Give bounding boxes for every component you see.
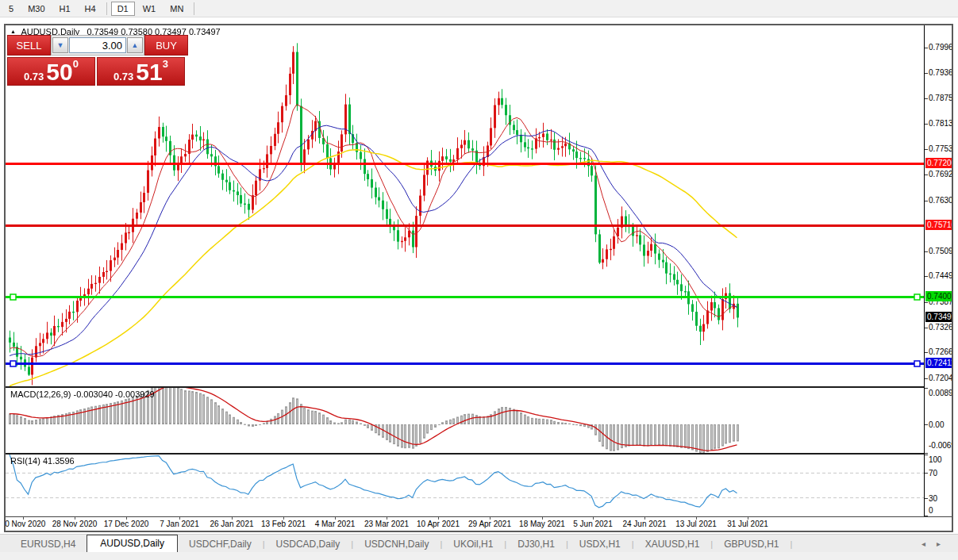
- volume-decrease-button[interactable]: ▼: [52, 37, 68, 53]
- toolbar-separator: [106, 2, 107, 15]
- sell-price-big: 50: [46, 61, 72, 83]
- rsi-label: RSI(14) 41.3596: [10, 456, 75, 466]
- date-tick-label: 29 Apr 2021: [462, 520, 517, 528]
- macd-tick-label: 0.00: [929, 420, 944, 429]
- price-tick-label: 0.79965: [929, 43, 952, 52]
- price-tick-mark: [925, 124, 928, 125]
- macd-tick-label: -0.00697: [929, 441, 952, 450]
- price-tick-mark: [925, 149, 928, 150]
- chart-tab-usdcad-daily[interactable]: USDCAD,Daily: [265, 536, 352, 552]
- price-tick-label: 0.74490: [929, 271, 952, 280]
- timeframe-button-d1[interactable]: D1: [111, 2, 135, 16]
- timeframe-button-h4[interactable]: H4: [79, 2, 102, 16]
- timeframe-button-w1[interactable]: W1: [137, 2, 163, 16]
- date-axis[interactable]: 10 Nov 202028 Nov 202017 Dec 20207 Jan 2…: [6, 517, 924, 531]
- price-tick-label: 0.72660: [929, 347, 952, 356]
- sell-price-display[interactable]: 0.73 50 0: [7, 57, 95, 86]
- timeframe-button-mn[interactable]: MN: [164, 2, 190, 16]
- chart-inner: 0.799650.793650.787500.781350.775350.769…: [6, 25, 952, 531]
- macd-label: MACD(12,26,9) -0.003040 -0.003929: [10, 389, 155, 399]
- rsi-tick-mark: [925, 498, 928, 499]
- volume-increase-button[interactable]: ▲: [127, 37, 143, 53]
- price-tick-mark: [925, 201, 928, 201]
- timeframe-toolbar: 5M30H1H4D1W1MN: [0, 0, 958, 17]
- price-tick-label: 0.76920: [929, 170, 952, 178]
- price-tick-label: 0.73260: [929, 323, 952, 332]
- date-tick-label: 24 Jun 2021: [617, 520, 672, 528]
- tab-scroll-right-icon[interactable]: ▸: [937, 539, 952, 548]
- chart-tab-usdcnh-daily[interactable]: USDCNH,Daily: [353, 536, 440, 552]
- timeframe-button-h1[interactable]: H1: [53, 2, 77, 16]
- price-axis[interactable]: 0.799650.793650.787500.781350.775350.769…: [924, 25, 952, 516]
- price-tick-label: 0.75090: [929, 247, 952, 255]
- date-tick-label: 28 Nov 2020: [47, 520, 102, 528]
- price-tick-label: 0.78135: [929, 119, 952, 128]
- price-line-badge: 0.75716: [925, 220, 952, 230]
- timeframe-button-5[interactable]: 5: [2, 2, 20, 16]
- macd-tick-mark: [925, 424, 928, 425]
- chart-tab-eurusd-h4[interactable]: EURUSD,H4: [10, 536, 87, 552]
- buy-button[interactable]: BUY: [144, 35, 188, 56]
- chart-tab-xauusd-h1[interactable]: XAUUSD,H1: [634, 536, 711, 552]
- tab-scroll-left-icon[interactable]: ◂: [921, 539, 937, 548]
- macd-tick-mark: [925, 453, 928, 454]
- sell-price-sup: 0: [73, 59, 79, 69]
- chart-tab-usdx-h1[interactable]: USDX,H1: [568, 536, 632, 552]
- price-tick-label: 0.76305: [929, 196, 952, 205]
- rsi-tick-mark: [925, 516, 928, 516]
- rsi-tick-mark: [925, 455, 928, 455]
- buy-price-display[interactable]: 0.73 51 3: [97, 57, 185, 86]
- price-tick-mark: [925, 175, 928, 175]
- rsi-tick-label: 70: [929, 469, 937, 478]
- price-tick-mark: [925, 352, 928, 353]
- timeframe-button-m30[interactable]: M30: [21, 2, 51, 16]
- price-line-badge: 0.73497: [925, 312, 952, 322]
- buy-price-base: 0.73: [113, 70, 133, 83]
- chart-tab-gbpusd-h1[interactable]: GBPUSD,H1: [713, 536, 790, 552]
- rsi-tick-mark: [925, 473, 928, 474]
- price-tick-label: 0.79365: [929, 68, 952, 77]
- date-tick-label: 5 Jun 2021: [565, 520, 621, 528]
- rsi-tick-label: 30: [929, 494, 937, 503]
- date-tick-label: 13 Feb 2021: [256, 520, 311, 528]
- sell-button[interactable]: SELL: [7, 35, 51, 56]
- macd-tick-mark: [925, 388, 928, 389]
- price-tick-mark: [925, 378, 928, 379]
- sell-price-base: 0.73: [24, 70, 44, 83]
- date-tick-label: 7 Jan 2021: [152, 520, 207, 528]
- chart-tab-bar: EURUSD,H4AUDUSD,DailyUSDCHF,Daily|USDCAD…: [0, 534, 958, 552]
- chart-tab-dj30-h1[interactable]: DJ30,H1: [506, 536, 566, 552]
- rsi-tick-label: 0: [929, 506, 933, 515]
- volume-input[interactable]: [69, 37, 126, 53]
- price-line-badge: 0.77200: [925, 158, 952, 168]
- tab-separator: |: [791, 539, 793, 552]
- date-tick-label: 4 Mar 2021: [307, 520, 363, 528]
- price-tick-mark: [925, 328, 928, 328]
- rsi-tick-label: 100: [929, 455, 942, 464]
- date-tick-label: 31 Jul 2021: [720, 520, 775, 528]
- date-tick-label: 18 May 2021: [514, 520, 570, 528]
- one-click-trading-panel: SELL ▼ ▲ BUY 0.73 50 0 0.73 51 3: [7, 35, 188, 86]
- chart-tab-usdchf-daily[interactable]: USDCHF,Daily: [178, 536, 263, 552]
- price-tick-mark: [925, 48, 928, 48]
- date-tick-label: 10 Nov 2020: [6, 520, 51, 528]
- price-tick-mark: [925, 251, 928, 252]
- price-tick-label: 0.78750: [929, 94, 952, 102]
- price-line-badge: 0.74007: [925, 291, 952, 301]
- date-tick-label: 10 Apr 2021: [410, 520, 466, 528]
- date-tick-label: 26 Jan 2021: [204, 520, 260, 528]
- symbol-collapse-icon[interactable]: ▲: [10, 29, 16, 34]
- price-tick-mark: [925, 302, 928, 303]
- buy-price-big: 51: [136, 61, 162, 83]
- macd-tick-label: 0.008903: [929, 389, 952, 397]
- rsi-indicator-canvas[interactable]: [6, 455, 924, 516]
- price-tick-label: 0.72045: [929, 374, 952, 382]
- chart-tab-audusd-daily[interactable]: AUDUSD,Daily: [87, 535, 178, 552]
- tab-scroll-arrows: ◂▸: [921, 539, 952, 548]
- buy-price-sup: 3: [163, 59, 168, 69]
- price-tick-mark: [925, 276, 928, 277]
- chart-tab-ukoil-h1[interactable]: UKOil,H1: [442, 536, 504, 552]
- volume-spinner: ▼ ▲: [51, 35, 144, 56]
- price-tick-label: 0.77535: [929, 144, 952, 153]
- price-tick-mark: [925, 73, 928, 74]
